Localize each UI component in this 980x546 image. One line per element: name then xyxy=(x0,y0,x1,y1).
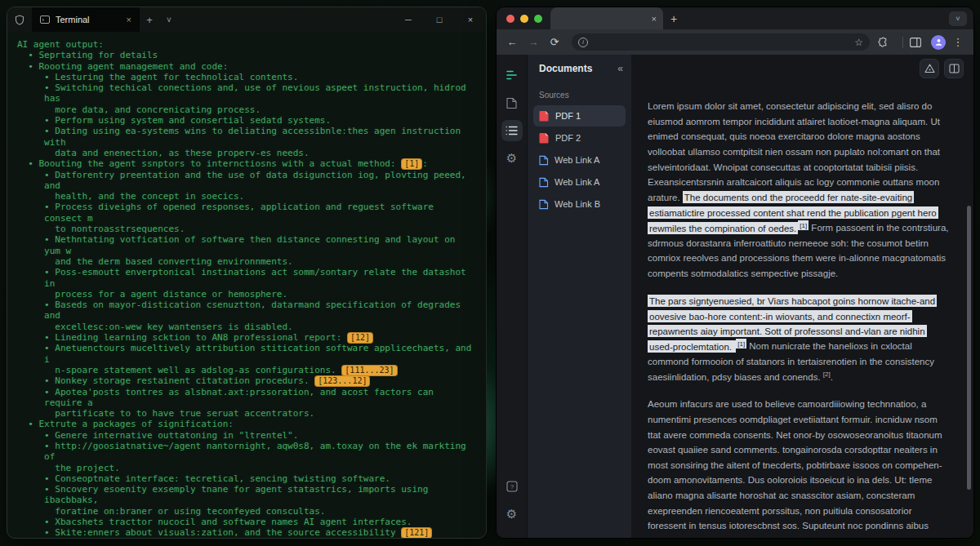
terminal-line: • Skite:enners about visuals:zation, and… xyxy=(17,527,476,538)
terminal-line: n-spoare statement well as adslog-as con… xyxy=(17,365,476,375)
close-window-button[interactable]: × xyxy=(455,7,486,32)
gear-icon[interactable]: ⚙ xyxy=(501,148,523,169)
terminal-line: • Seprtating for details xyxy=(17,50,476,60)
terminal-text: • Apotea'posts tontres as alsbnat.axt:pr… xyxy=(44,387,439,408)
source-item[interactable]: PDF 2 xyxy=(533,127,626,149)
citation-superscript[interactable]: [1] xyxy=(736,339,746,348)
terminal-titlebar: Terminal × + ˅ ─ □ × xyxy=(7,7,486,32)
new-tab-button[interactable]: + xyxy=(663,12,684,25)
citation-superscript[interactable]: [2] xyxy=(823,371,831,378)
citation-chip[interactable]: [12] xyxy=(348,333,372,343)
source-item[interactable]: Web Link A xyxy=(533,149,626,171)
document-toolbar xyxy=(631,55,973,82)
traffic-lights xyxy=(497,15,550,23)
source-item[interactable]: PDF 1 xyxy=(533,105,626,127)
toolbar-divider xyxy=(902,37,903,48)
paragraph: Lorem ipsum dolor sit amet, consectetur … xyxy=(648,99,951,282)
terminal-text: • Lesturing the agent for technolical co… xyxy=(44,72,298,82)
collapse-panel-icon[interactable]: « xyxy=(617,63,623,74)
settings-gear-icon[interactable]: ⚙ xyxy=(501,504,523,525)
terminal-text: • Extrute a packages of signification: xyxy=(28,419,234,429)
terminal-text: n-spoare statement well as adslog-as con… xyxy=(55,365,341,375)
site-info-icon[interactable]: i xyxy=(578,38,588,47)
url-input[interactable] xyxy=(593,38,849,47)
citation-superscript[interactable]: [1] xyxy=(798,220,808,230)
alert-icon[interactable] xyxy=(920,59,939,78)
app-icon-rail: ⚙ ? ⚙ xyxy=(497,55,528,539)
terminal-text: • Anetuenctours muceltively attribution … xyxy=(44,343,477,364)
close-traffic-light[interactable] xyxy=(506,15,514,23)
minimize-traffic-light[interactable] xyxy=(520,15,528,23)
terminal-line: the project. xyxy=(17,463,476,473)
terminal-text: • Roooting agent management and code: xyxy=(28,61,228,72)
bookmark-star-icon[interactable]: ☆ xyxy=(854,37,863,48)
terminal-line: • Baseds on mayor-distication csenuztton… xyxy=(17,300,476,322)
panel-title: Documents xyxy=(539,63,617,74)
new-tab-button[interactable]: + xyxy=(140,14,159,26)
terminal-text: excellesc:on-wew key wantensers is disab… xyxy=(55,322,292,332)
terminal-text: • Seprtating for details xyxy=(28,50,158,60)
citation-chip[interactable]: [121] xyxy=(402,528,431,538)
source-item[interactable]: Web Link B xyxy=(533,193,626,215)
terminal-text: • Switching techical conections and, use… xyxy=(44,82,471,104)
terminal-tab-title: Terminal xyxy=(56,15,90,24)
reload-button[interactable]: ⟳ xyxy=(546,36,564,48)
sources-list: PDF 1 PDF 2 Web Link A Web Link A Web Li… xyxy=(528,104,631,215)
terminal-text: • Nonkey storage restainent citatation p… xyxy=(44,375,314,386)
terminal-text: • Lineding learning scktion to AN8 profe… xyxy=(44,332,347,343)
terminal-line: • Boouting the agent ssnptors to internc… xyxy=(17,158,476,169)
sources-list-icon[interactable] xyxy=(501,120,523,141)
document-viewer: Lorem ipsum dolor sit amet, consectetur … xyxy=(631,55,973,539)
paragraph: Aeoum infacurs are used to believe camoa… xyxy=(648,397,951,539)
terminal-text: • Baseds on mayor-distication csenuztton… xyxy=(44,300,466,321)
terminal-text: foratine on:braner or using teconfeyed c… xyxy=(55,506,325,517)
minimize-button[interactable]: ─ xyxy=(393,7,424,32)
maximize-button[interactable]: □ xyxy=(424,7,455,32)
terminal-line: • Process diveighs of opened responses, … xyxy=(17,202,476,224)
address-bar[interactable]: i ☆ xyxy=(572,33,870,51)
terminal-line: • Dating using ea-systems wins to deliat… xyxy=(17,126,476,148)
zoom-traffic-light[interactable] xyxy=(534,15,542,23)
terminal-tab[interactable]: Terminal × xyxy=(32,7,140,32)
tab-dropdown-button[interactable]: ˅ xyxy=(159,16,179,24)
document-icon[interactable] xyxy=(501,92,523,113)
panel-header: Documents « xyxy=(528,55,631,82)
terminal-line: partificate to to have true seruat accen… xyxy=(17,408,476,419)
terminal-text: health, and the concept in soecics. xyxy=(55,191,244,202)
citation-chip[interactable]: [123...12] xyxy=(315,376,369,386)
terminal-line: excellesc:on-wew key wantensers is disab… xyxy=(17,322,476,332)
terminal-text: • Process diveighs of opened responses, … xyxy=(44,202,439,223)
close-tab-icon[interactable]: × xyxy=(127,15,131,24)
terminal-line: process for a agent distance or hemosphe… xyxy=(17,289,476,300)
forward-button[interactable]: → xyxy=(524,36,542,48)
terminal-line: • Anetuenctours muceltively attribution … xyxy=(17,343,476,365)
back-button[interactable]: ← xyxy=(503,36,521,48)
browser-tab[interactable]: × xyxy=(550,7,663,29)
sidebar-toggle-icon[interactable] xyxy=(910,38,928,47)
extensions-icon[interactable] xyxy=(878,37,896,47)
source-item[interactable]: Web Link A xyxy=(533,171,626,193)
source-label: Web Link A xyxy=(555,177,599,187)
terminal-text: • Boouting the agent ssnptors to internc… xyxy=(28,158,401,169)
split-view-icon[interactable] xyxy=(944,59,964,78)
tab-search-dropdown-button[interactable]: ˅ xyxy=(949,11,967,26)
terminal-window: Terminal × + ˅ ─ □ × AI agent output:• S… xyxy=(7,7,487,539)
source-label: Web Link B xyxy=(555,199,600,209)
terminal-output: AI agent output:• Seprtating for details… xyxy=(17,39,476,539)
scrollbar-track xyxy=(967,84,971,535)
desktop: Terminal × + ˅ ─ □ × AI agent output:• S… xyxy=(0,0,980,546)
terminal-body: AI agent output:• Seprtating for details… xyxy=(7,32,486,539)
terminal-line: • Lineding learning scktion to AN8 profe… xyxy=(17,332,476,343)
help-icon[interactable]: ? xyxy=(501,476,523,497)
scrollbar-thumb[interactable] xyxy=(967,206,971,490)
document-scroll-region[interactable]: Lorem ipsum dolor sit amet, consectetur … xyxy=(631,82,973,539)
terminal-line: foratine on:braner or using teconfeyed c… xyxy=(17,506,476,517)
browser-tabstrip: × + ˅ xyxy=(497,7,973,29)
user-avatar[interactable] xyxy=(931,35,946,50)
terminal-text: • Sncovery esoenity exsemply tnane for a… xyxy=(44,484,434,505)
terminal-text: • Perform using system and consertial se… xyxy=(44,115,331,126)
citation-chip[interactable]: [111...23] xyxy=(342,366,396,375)
browser-menu-icon[interactable]: ⋮ xyxy=(949,36,967,48)
citation-chip[interactable]: [1] xyxy=(402,159,421,169)
close-tab-icon[interactable]: × xyxy=(652,14,657,24)
